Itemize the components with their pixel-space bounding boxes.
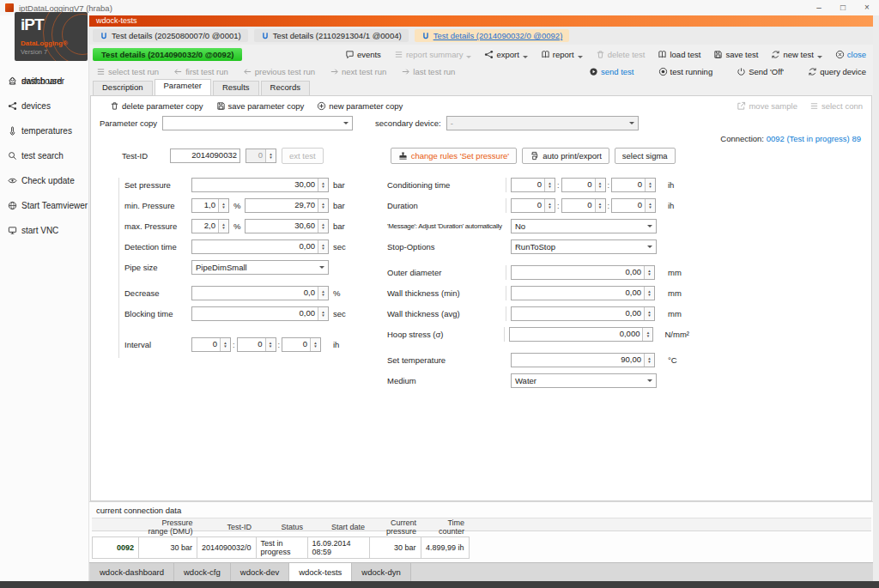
spinner[interactable]: ▲▼ <box>644 354 654 367</box>
stop-options-row: Stop-Options RunToStop <box>387 239 689 254</box>
auto-print-export-button[interactable]: auto print/export <box>522 148 609 164</box>
parameter-copy-select[interactable] <box>162 116 353 130</box>
max-pressure-input[interactable]: 30,60▲▼ <box>245 219 329 233</box>
spinner[interactable]: ▲▼ <box>265 338 276 351</box>
test-tab-1[interactable]: Test details (2025080007/0 @0001) <box>93 29 248 42</box>
dock-tab-cfg[interactable]: wdock-cfg <box>174 563 231 581</box>
set-pressure-input[interactable]: 30,00▲▼ <box>191 178 329 192</box>
spinner[interactable]: ▲▼ <box>318 220 328 233</box>
outer-diameter-row: Outer diameter 0,00▲▼ mm <box>387 265 689 280</box>
spinner[interactable]: ▲▼ <box>220 338 230 351</box>
message-adjust-select[interactable]: No <box>511 219 657 233</box>
export-button[interactable]: export <box>484 50 527 59</box>
move-sample-button: move sample <box>737 101 797 111</box>
stop-options-select[interactable]: RunToStop <box>511 239 657 254</box>
set-temperature-input[interactable]: 90,00▲▼ <box>511 353 655 367</box>
conditioning-hours-input[interactable]: 0▲▼ <box>511 178 555 192</box>
delete-parameter-copy-button[interactable]: delete parameter copy <box>110 101 203 111</box>
table-row[interactable]: 0092 30 bar 2014090032/0 Test in progres… <box>93 537 470 559</box>
close-test-button[interactable]: close <box>835 50 866 59</box>
tab-results[interactable]: Results <box>213 81 259 95</box>
min-pressure-input[interactable]: 29,70▲▼ <box>245 198 329 213</box>
hoop-stress-input[interactable]: 0,000▲▼ <box>509 327 653 342</box>
hoop-stress-row: Hoop stress (σ) 0,000▲▼ N/mm² <box>387 327 689 342</box>
spinner[interactable]: ▲▼ <box>318 179 328 191</box>
connection-status-badge[interactable]: 0092 <box>93 537 139 559</box>
tab-records[interactable]: Records <box>261 81 310 95</box>
test-tab-2[interactable]: Test details (2110291304/1 @0004) <box>254 29 409 42</box>
conditioning-minutes-input[interactable]: 0▲▼ <box>561 178 606 192</box>
sidebar-bottom: switch user <box>0 69 88 569</box>
spinner[interactable]: ▲▼ <box>645 179 655 191</box>
new-test-button[interactable]: new test <box>771 50 821 59</box>
spinner[interactable]: ▲▼ <box>644 266 654 279</box>
medium-select[interactable]: Water <box>511 373 657 388</box>
spinner[interactable]: ▲▼ <box>318 240 328 253</box>
spinner[interactable]: ▲▼ <box>645 199 655 212</box>
conditioning-time-row: Conditioning time 0▲▼ : 0▲▼ : 0▲▼ ih <box>387 178 689 192</box>
detection-time-input[interactable]: 0,00▲▼ <box>191 239 329 254</box>
spinner[interactable]: ▲▼ <box>644 287 654 300</box>
dock-tab-dev[interactable]: wdock-dev <box>231 563 289 581</box>
spinner[interactable]: ▲▼ <box>595 179 605 191</box>
min-pressure-pct-input[interactable]: 1,0▲▼ <box>191 198 229 213</box>
spinner[interactable]: ▲▼ <box>310 338 320 351</box>
connection-link[interactable]: 0092 (Test in progress) 89 <box>767 134 861 143</box>
spinner[interactable]: ▲▼ <box>318 199 328 212</box>
change-rules-button[interactable]: change rules 'Set pressure' <box>391 148 518 164</box>
dock-tab-dyn[interactable]: wdock-dyn <box>352 563 410 581</box>
spinner[interactable]: ▲▼ <box>218 199 228 212</box>
minimize-button[interactable]: – <box>807 0 831 15</box>
pipe-size-select[interactable]: PipeDimSmall <box>191 260 329 275</box>
maximize-button[interactable]: □ <box>831 0 855 15</box>
duration-form: Conditioning time 0▲▼ : 0▲▼ : 0▲▼ ih Dur… <box>387 178 689 394</box>
duration-seconds-input[interactable]: 0▲▼ <box>611 198 656 213</box>
spinner[interactable]: ▲▼ <box>644 307 654 320</box>
load-test-button[interactable]: load test <box>658 50 700 59</box>
new-parameter-copy-button[interactable]: new parameter copy <box>317 101 403 111</box>
blocking-time-input[interactable]: 0,00▲▼ <box>191 306 329 321</box>
spinner[interactable]: ▲▼ <box>642 328 652 341</box>
test-tab-3-active[interactable]: Test details (2014090032/0 @0092) <box>415 29 570 42</box>
user-icon <box>8 76 17 86</box>
spinner[interactable]: ▲▼ <box>544 199 555 212</box>
test-running-button[interactable]: test running <box>658 67 713 76</box>
outer-diameter-input[interactable]: 0,00▲▼ <box>511 265 655 280</box>
interval-hours-input[interactable]: 0▲▼ <box>191 337 231 352</box>
query-device-button[interactable]: query device <box>808 67 866 76</box>
dock-tab-tests[interactable]: wdock-tests <box>289 563 352 581</box>
save-parameter-copy-button[interactable]: save parameter copy <box>216 101 305 111</box>
test-id-input[interactable]: 2014090032 <box>170 149 240 163</box>
spinner[interactable]: ▲▼ <box>544 179 555 191</box>
duration-minutes-input[interactable]: 0▲▼ <box>561 198 606 213</box>
events-button[interactable]: events <box>345 50 381 59</box>
dock-tab-dashboard[interactable]: wdock-dashboard <box>90 563 174 581</box>
app-icon <box>5 3 14 12</box>
report-button[interactable]: report <box>541 50 583 59</box>
window-close-button[interactable]: × <box>855 0 879 15</box>
select-sigma-button[interactable]: select sigma <box>615 148 676 164</box>
conditioning-seconds-input[interactable]: 0▲▼ <box>611 178 656 192</box>
interval-seconds-input[interactable]: 0▲▼ <box>282 337 321 352</box>
window-bottom-edge <box>0 581 879 588</box>
sidebar-item-switch-user[interactable]: switch user <box>0 69 88 94</box>
max-pressure-pct-input[interactable]: 2,0▲▼ <box>191 219 229 233</box>
tab-parameter[interactable]: Parameter <box>155 79 211 95</box>
next-test-run-button: next test run <box>330 67 386 76</box>
duration-hours-input[interactable]: 0▲▼ <box>511 198 555 213</box>
tab-description[interactable]: Description <box>93 81 153 95</box>
spinner[interactable]: ▲▼ <box>218 220 228 233</box>
wall-thickness-min-input[interactable]: 0,00▲▼ <box>511 286 655 300</box>
interval-minutes-input[interactable]: 0▲▼ <box>237 337 276 352</box>
col-status: Status <box>256 518 307 537</box>
send-test-button[interactable]: send test <box>589 67 634 76</box>
spinner[interactable]: ▲▼ <box>595 199 605 212</box>
save-test-button[interactable]: save test <box>713 50 758 59</box>
spinner[interactable]: ▲▼ <box>318 307 328 320</box>
connection-table: Pressure range (DMU) Test-ID Status Star… <box>92 518 470 559</box>
decrease-input[interactable]: 0,0▲▼ <box>191 286 329 300</box>
send-off-button[interactable]: Send 'Off' <box>737 67 784 76</box>
spinner[interactable]: ▲▼ <box>318 287 328 300</box>
test-index-stepper: 0 ▲▼ <box>246 149 276 163</box>
wall-thickness-avg-input[interactable]: 0,00▲▼ <box>511 306 655 321</box>
